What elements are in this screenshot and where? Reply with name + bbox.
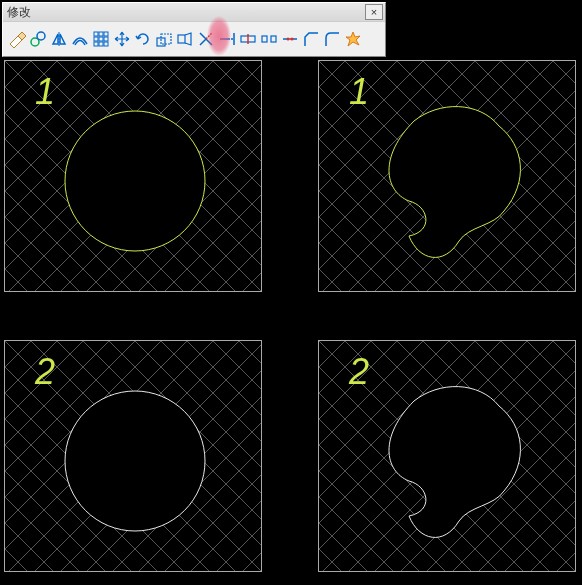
array-button[interactable] xyxy=(91,27,111,51)
copy-button[interactable] xyxy=(28,27,48,51)
offset-button[interactable] xyxy=(70,27,90,51)
extend-icon xyxy=(218,30,236,48)
extend-button[interactable] xyxy=(217,27,237,51)
break-point-button[interactable] xyxy=(238,27,258,51)
trim-button[interactable] xyxy=(196,27,216,51)
trim-icon xyxy=(197,30,215,48)
stretch-button[interactable] xyxy=(175,27,195,51)
chamfer-button[interactable] xyxy=(301,27,321,51)
svg-rect-12 xyxy=(161,34,171,44)
svg-point-1 xyxy=(37,32,45,40)
break-icon xyxy=(260,30,278,48)
svg-rect-9 xyxy=(99,42,103,46)
viewport-1-left[interactable]: 1 xyxy=(4,60,262,292)
toolbar-header[interactable]: 修改 × xyxy=(3,3,385,22)
svg-rect-13 xyxy=(178,35,185,43)
stretch-icon xyxy=(176,30,194,48)
svg-rect-10 xyxy=(104,42,108,46)
explode-button[interactable] xyxy=(343,27,363,51)
svg-rect-6 xyxy=(99,37,103,41)
join-button[interactable] xyxy=(280,27,300,51)
svg-rect-7 xyxy=(104,37,108,41)
svg-rect-4 xyxy=(104,32,108,36)
svg-point-18 xyxy=(287,38,290,41)
erase-icon xyxy=(8,30,26,48)
rotate-icon xyxy=(134,30,152,48)
break-button[interactable] xyxy=(259,27,279,51)
viewport-2-left[interactable]: 2 xyxy=(4,340,262,572)
mirror-button[interactable] xyxy=(49,27,69,51)
break-point-icon xyxy=(239,30,257,48)
viewport-label: 1 xyxy=(349,71,369,113)
array-icon xyxy=(92,30,110,48)
svg-rect-8 xyxy=(94,42,98,46)
viewport-label: 1 xyxy=(35,71,55,113)
svg-rect-5 xyxy=(94,37,98,41)
modify-toolbar: 修改 × xyxy=(2,2,386,57)
chamfer-icon xyxy=(302,30,320,48)
svg-rect-3 xyxy=(99,32,103,36)
copy-icon xyxy=(29,30,47,48)
viewport-label: 2 xyxy=(35,351,55,393)
fillet-icon xyxy=(323,30,341,48)
toolbar-buttons-row xyxy=(3,22,385,56)
viewport-2-right[interactable]: 2 xyxy=(318,340,576,572)
canvas-area: 1 1 xyxy=(0,56,582,585)
close-button[interactable]: × xyxy=(365,4,383,20)
svg-point-19 xyxy=(291,38,294,41)
svg-rect-2 xyxy=(94,32,98,36)
move-icon xyxy=(113,30,131,48)
scale-button[interactable] xyxy=(154,27,174,51)
offset-icon xyxy=(71,30,89,48)
toolbar-title: 修改 xyxy=(7,4,31,21)
mirror-icon xyxy=(50,30,68,48)
erase-button[interactable] xyxy=(7,27,27,51)
fillet-button[interactable] xyxy=(322,27,342,51)
close-icon: × xyxy=(371,7,377,18)
move-button[interactable] xyxy=(112,27,132,51)
svg-rect-17 xyxy=(271,36,276,42)
explode-icon xyxy=(344,30,362,48)
join-icon xyxy=(281,30,299,48)
viewport-1-right[interactable]: 1 xyxy=(318,60,576,292)
svg-rect-16 xyxy=(262,36,267,42)
viewport-label: 2 xyxy=(349,351,369,393)
scale-icon xyxy=(155,30,173,48)
rotate-button[interactable] xyxy=(133,27,153,51)
